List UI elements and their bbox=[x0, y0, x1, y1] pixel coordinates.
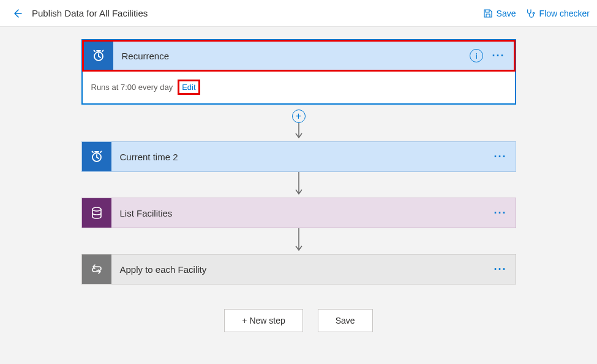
arrow-down-icon bbox=[293, 172, 305, 198]
save-button[interactable]: Save bbox=[318, 309, 373, 332]
step-menu-button[interactable]: ··· bbox=[494, 151, 506, 162]
flow-title: Publish Data for All Facilities bbox=[32, 8, 148, 18]
flow-checker-action[interactable]: Flow checker bbox=[526, 9, 590, 18]
step-current-time[interactable]: Current time 2 ··· bbox=[81, 141, 516, 172]
clock-icon bbox=[91, 48, 106, 63]
step-recurrence-body: Runs at 7:00 every day Edit bbox=[83, 71, 515, 103]
connector bbox=[293, 172, 305, 198]
stethoscope-icon bbox=[526, 9, 536, 18]
arrow-down-icon bbox=[293, 123, 305, 141]
step-list-facilities-label: List Facilities bbox=[111, 198, 494, 228]
step-apply-each[interactable]: Apply to each Facility ··· bbox=[81, 254, 516, 284]
save-action-label: Save bbox=[497, 9, 516, 18]
step-list-facilities-actions: ··· bbox=[494, 198, 515, 228]
step-menu-button[interactable]: ··· bbox=[494, 264, 506, 275]
svg-point-2 bbox=[92, 207, 101, 211]
bottom-buttons: + New step Save bbox=[224, 309, 372, 332]
step-apply-each-actions: ··· bbox=[494, 254, 515, 284]
connector-plus: + bbox=[292, 105, 306, 141]
step-current-time-label: Current time 2 bbox=[111, 142, 494, 171]
top-actions: Save Flow checker bbox=[483, 9, 590, 18]
database-icon bbox=[89, 206, 104, 220]
save-icon bbox=[483, 9, 493, 18]
add-action-button[interactable]: + bbox=[292, 110, 306, 123]
step-menu-button[interactable]: ··· bbox=[492, 50, 505, 61]
flow-checker-label: Flow checker bbox=[539, 9, 590, 18]
save-action[interactable]: Save bbox=[483, 9, 516, 18]
new-step-button[interactable]: + New step bbox=[224, 309, 302, 332]
step-menu-button[interactable]: ··· bbox=[494, 207, 506, 218]
connector bbox=[293, 228, 305, 254]
step-recurrence-label: Recurrence bbox=[113, 42, 470, 70]
loop-icon bbox=[89, 262, 104, 277]
flow-canvas: Recurrence i ··· Runs at 7:00 every day … bbox=[0, 27, 597, 332]
list-facilities-icon bbox=[82, 198, 111, 228]
step-recurrence[interactable]: Recurrence i ··· Runs at 7:00 every day … bbox=[81, 39, 516, 105]
back-arrow-icon bbox=[12, 8, 23, 19]
top-bar: Publish Data for All Facilities Save Flo… bbox=[0, 0, 597, 27]
step-recurrence-actions: i ··· bbox=[470, 42, 513, 70]
back-button[interactable] bbox=[7, 4, 27, 23]
step-apply-each-label: Apply to each Facility bbox=[111, 254, 494, 284]
step-list-facilities[interactable]: List Facilities ··· bbox=[81, 198, 516, 228]
info-icon[interactable]: i bbox=[470, 49, 483, 62]
step-current-time-actions: ··· bbox=[494, 142, 515, 171]
current-time-icon bbox=[82, 142, 111, 171]
recurrence-icon bbox=[84, 42, 113, 70]
step-recurrence-header[interactable]: Recurrence i ··· bbox=[82, 40, 516, 72]
recurrence-runs-text: Runs at 7:00 every day bbox=[91, 83, 173, 92]
apply-each-icon bbox=[82, 254, 111, 284]
recurrence-edit-link[interactable]: Edit bbox=[178, 80, 200, 95]
arrow-down-icon bbox=[293, 228, 305, 254]
clock-icon bbox=[89, 149, 104, 164]
